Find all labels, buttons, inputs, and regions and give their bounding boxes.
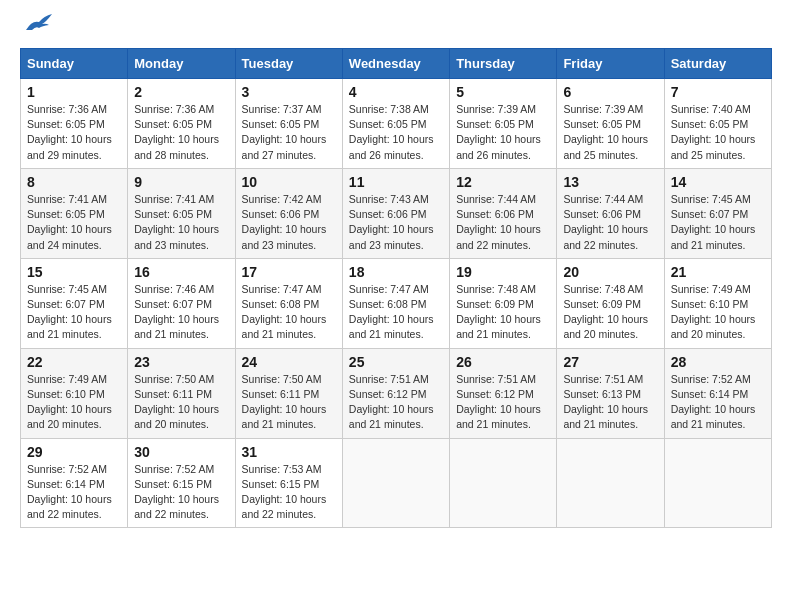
- day-number: 29: [27, 444, 121, 460]
- calendar-cell: 5 Sunrise: 7:39 AM Sunset: 6:05 PM Dayli…: [450, 79, 557, 169]
- day-number: 30: [134, 444, 228, 460]
- day-header-sunday: Sunday: [21, 49, 128, 79]
- day-number: 13: [563, 174, 657, 190]
- day-info: Sunrise: 7:43 AM Sunset: 6:06 PM Dayligh…: [349, 192, 443, 253]
- calendar-cell: 18 Sunrise: 7:47 AM Sunset: 6:08 PM Dayl…: [342, 258, 449, 348]
- day-number: 5: [456, 84, 550, 100]
- calendar-week-row: 29 Sunrise: 7:52 AM Sunset: 6:14 PM Dayl…: [21, 438, 772, 528]
- calendar-cell: 4 Sunrise: 7:38 AM Sunset: 6:05 PM Dayli…: [342, 79, 449, 169]
- day-number: 1: [27, 84, 121, 100]
- calendar-cell: 19 Sunrise: 7:48 AM Sunset: 6:09 PM Dayl…: [450, 258, 557, 348]
- day-info: Sunrise: 7:45 AM Sunset: 6:07 PM Dayligh…: [27, 282, 121, 343]
- day-info: Sunrise: 7:51 AM Sunset: 6:12 PM Dayligh…: [456, 372, 550, 433]
- day-number: 24: [242, 354, 336, 370]
- day-info: Sunrise: 7:52 AM Sunset: 6:14 PM Dayligh…: [27, 462, 121, 523]
- day-number: 18: [349, 264, 443, 280]
- logo-bird-icon: [24, 12, 54, 34]
- day-info: Sunrise: 7:52 AM Sunset: 6:15 PM Dayligh…: [134, 462, 228, 523]
- calendar-cell: [450, 438, 557, 528]
- day-number: 25: [349, 354, 443, 370]
- day-info: Sunrise: 7:45 AM Sunset: 6:07 PM Dayligh…: [671, 192, 765, 253]
- day-number: 17: [242, 264, 336, 280]
- calendar-cell: 31 Sunrise: 7:53 AM Sunset: 6:15 PM Dayl…: [235, 438, 342, 528]
- calendar-table: SundayMondayTuesdayWednesdayThursdayFrid…: [20, 48, 772, 528]
- day-info: Sunrise: 7:38 AM Sunset: 6:05 PM Dayligh…: [349, 102, 443, 163]
- day-info: Sunrise: 7:36 AM Sunset: 6:05 PM Dayligh…: [27, 102, 121, 163]
- day-info: Sunrise: 7:48 AM Sunset: 6:09 PM Dayligh…: [563, 282, 657, 343]
- calendar-week-row: 1 Sunrise: 7:36 AM Sunset: 6:05 PM Dayli…: [21, 79, 772, 169]
- calendar-week-row: 15 Sunrise: 7:45 AM Sunset: 6:07 PM Dayl…: [21, 258, 772, 348]
- day-number: 4: [349, 84, 443, 100]
- calendar-cell: 20 Sunrise: 7:48 AM Sunset: 6:09 PM Dayl…: [557, 258, 664, 348]
- day-info: Sunrise: 7:39 AM Sunset: 6:05 PM Dayligh…: [456, 102, 550, 163]
- calendar-cell: 15 Sunrise: 7:45 AM Sunset: 6:07 PM Dayl…: [21, 258, 128, 348]
- day-number: 11: [349, 174, 443, 190]
- calendar-cell: 23 Sunrise: 7:50 AM Sunset: 6:11 PM Dayl…: [128, 348, 235, 438]
- calendar-cell: 12 Sunrise: 7:44 AM Sunset: 6:06 PM Dayl…: [450, 168, 557, 258]
- day-info: Sunrise: 7:53 AM Sunset: 6:15 PM Dayligh…: [242, 462, 336, 523]
- day-header-thursday: Thursday: [450, 49, 557, 79]
- day-info: Sunrise: 7:40 AM Sunset: 6:05 PM Dayligh…: [671, 102, 765, 163]
- calendar-cell: [342, 438, 449, 528]
- day-info: Sunrise: 7:46 AM Sunset: 6:07 PM Dayligh…: [134, 282, 228, 343]
- day-number: 27: [563, 354, 657, 370]
- calendar-cell: 2 Sunrise: 7:36 AM Sunset: 6:05 PM Dayli…: [128, 79, 235, 169]
- calendar-header-row: SundayMondayTuesdayWednesdayThursdayFrid…: [21, 49, 772, 79]
- day-info: Sunrise: 7:50 AM Sunset: 6:11 PM Dayligh…: [242, 372, 336, 433]
- day-info: Sunrise: 7:48 AM Sunset: 6:09 PM Dayligh…: [456, 282, 550, 343]
- day-number: 14: [671, 174, 765, 190]
- calendar-cell: 22 Sunrise: 7:49 AM Sunset: 6:10 PM Dayl…: [21, 348, 128, 438]
- day-number: 7: [671, 84, 765, 100]
- calendar-cell: [557, 438, 664, 528]
- day-number: 26: [456, 354, 550, 370]
- day-info: Sunrise: 7:49 AM Sunset: 6:10 PM Dayligh…: [671, 282, 765, 343]
- day-info: Sunrise: 7:37 AM Sunset: 6:05 PM Dayligh…: [242, 102, 336, 163]
- calendar-cell: 1 Sunrise: 7:36 AM Sunset: 6:05 PM Dayli…: [21, 79, 128, 169]
- day-number: 9: [134, 174, 228, 190]
- day-info: Sunrise: 7:39 AM Sunset: 6:05 PM Dayligh…: [563, 102, 657, 163]
- day-number: 16: [134, 264, 228, 280]
- day-info: Sunrise: 7:47 AM Sunset: 6:08 PM Dayligh…: [349, 282, 443, 343]
- day-number: 2: [134, 84, 228, 100]
- day-info: Sunrise: 7:41 AM Sunset: 6:05 PM Dayligh…: [134, 192, 228, 253]
- day-header-monday: Monday: [128, 49, 235, 79]
- day-header-saturday: Saturday: [664, 49, 771, 79]
- calendar-cell: 6 Sunrise: 7:39 AM Sunset: 6:05 PM Dayli…: [557, 79, 664, 169]
- calendar-cell: 29 Sunrise: 7:52 AM Sunset: 6:14 PM Dayl…: [21, 438, 128, 528]
- day-number: 23: [134, 354, 228, 370]
- day-info: Sunrise: 7:49 AM Sunset: 6:10 PM Dayligh…: [27, 372, 121, 433]
- calendar-cell: 14 Sunrise: 7:45 AM Sunset: 6:07 PM Dayl…: [664, 168, 771, 258]
- calendar-cell: 8 Sunrise: 7:41 AM Sunset: 6:05 PM Dayli…: [21, 168, 128, 258]
- calendar-cell: 21 Sunrise: 7:49 AM Sunset: 6:10 PM Dayl…: [664, 258, 771, 348]
- day-info: Sunrise: 7:52 AM Sunset: 6:14 PM Dayligh…: [671, 372, 765, 433]
- day-info: Sunrise: 7:41 AM Sunset: 6:05 PM Dayligh…: [27, 192, 121, 253]
- calendar-week-row: 22 Sunrise: 7:49 AM Sunset: 6:10 PM Dayl…: [21, 348, 772, 438]
- calendar-cell: 11 Sunrise: 7:43 AM Sunset: 6:06 PM Dayl…: [342, 168, 449, 258]
- day-info: Sunrise: 7:42 AM Sunset: 6:06 PM Dayligh…: [242, 192, 336, 253]
- day-info: Sunrise: 7:44 AM Sunset: 6:06 PM Dayligh…: [563, 192, 657, 253]
- day-info: Sunrise: 7:51 AM Sunset: 6:13 PM Dayligh…: [563, 372, 657, 433]
- calendar-cell: 10 Sunrise: 7:42 AM Sunset: 6:06 PM Dayl…: [235, 168, 342, 258]
- day-number: 15: [27, 264, 121, 280]
- calendar-cell: 28 Sunrise: 7:52 AM Sunset: 6:14 PM Dayl…: [664, 348, 771, 438]
- day-header-tuesday: Tuesday: [235, 49, 342, 79]
- day-info: Sunrise: 7:47 AM Sunset: 6:08 PM Dayligh…: [242, 282, 336, 343]
- day-number: 19: [456, 264, 550, 280]
- day-info: Sunrise: 7:44 AM Sunset: 6:06 PM Dayligh…: [456, 192, 550, 253]
- calendar-cell: 16 Sunrise: 7:46 AM Sunset: 6:07 PM Dayl…: [128, 258, 235, 348]
- logo: [20, 20, 54, 38]
- calendar-cell: 3 Sunrise: 7:37 AM Sunset: 6:05 PM Dayli…: [235, 79, 342, 169]
- day-info: Sunrise: 7:36 AM Sunset: 6:05 PM Dayligh…: [134, 102, 228, 163]
- day-info: Sunrise: 7:51 AM Sunset: 6:12 PM Dayligh…: [349, 372, 443, 433]
- calendar-cell: 7 Sunrise: 7:40 AM Sunset: 6:05 PM Dayli…: [664, 79, 771, 169]
- calendar-cell: 17 Sunrise: 7:47 AM Sunset: 6:08 PM Dayl…: [235, 258, 342, 348]
- calendar-cell: 30 Sunrise: 7:52 AM Sunset: 6:15 PM Dayl…: [128, 438, 235, 528]
- calendar-cell: 25 Sunrise: 7:51 AM Sunset: 6:12 PM Dayl…: [342, 348, 449, 438]
- day-number: 28: [671, 354, 765, 370]
- day-info: Sunrise: 7:50 AM Sunset: 6:11 PM Dayligh…: [134, 372, 228, 433]
- day-header-wednesday: Wednesday: [342, 49, 449, 79]
- day-number: 31: [242, 444, 336, 460]
- page-header: [20, 20, 772, 38]
- calendar-cell: [664, 438, 771, 528]
- day-header-friday: Friday: [557, 49, 664, 79]
